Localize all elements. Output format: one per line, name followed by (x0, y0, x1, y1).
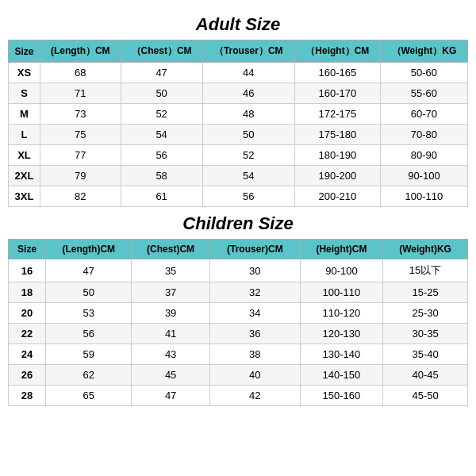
table-cell: 47 (46, 259, 132, 282)
table-cell: 45 (132, 365, 210, 386)
children-col-header: (Length)CM (46, 240, 132, 259)
table-cell: 25-30 (383, 303, 468, 324)
children-col-header: (Height)CM (300, 240, 382, 259)
table-cell: 18 (9, 282, 46, 303)
table-cell: 38 (209, 344, 300, 365)
table-cell: 62 (46, 365, 132, 386)
table-cell: 70-80 (380, 125, 467, 145)
table-cell: 36 (209, 324, 300, 344)
table-cell: XS (9, 63, 40, 83)
table-cell: 59 (46, 344, 132, 365)
table-cell: 77 (40, 145, 121, 166)
table-cell: 50 (46, 282, 132, 303)
table-cell: 79 (40, 166, 121, 186)
adult-header-row: Size(Length）CM（Chest）CM（Trouser）CM（Heigh… (9, 40, 468, 63)
table-cell: 34 (209, 303, 300, 324)
table-cell: 56 (202, 186, 294, 207)
table-row: XS684744160-16550-60 (9, 63, 468, 83)
adult-col-header: (Length）CM (40, 40, 121, 63)
table-cell: 30-35 (383, 324, 468, 344)
table-row: M735248172-17560-70 (9, 104, 468, 125)
table-row: 28654742150-16045-50 (9, 386, 468, 406)
children-col-header: (Weight)KG (383, 240, 468, 259)
table-cell: 54 (202, 166, 294, 186)
table-cell: 58 (121, 166, 202, 186)
table-cell: 41 (132, 324, 210, 344)
table-row: 26624540140-15040-45 (9, 365, 468, 386)
table-cell: 73 (40, 104, 121, 125)
table-cell: 39 (132, 303, 210, 324)
table-cell: 16 (9, 259, 46, 282)
table-row: 20533934110-12025-30 (9, 303, 468, 324)
adult-title: Adult Size (8, 8, 468, 40)
adult-col-header: （Chest）CM (121, 40, 202, 63)
table-cell: 90-100 (300, 259, 382, 282)
table-cell: 71 (40, 83, 121, 104)
table-cell: 175-180 (294, 125, 380, 145)
table-cell: 120-130 (300, 324, 382, 344)
table-cell: 50-60 (380, 63, 467, 83)
table-cell: 60-70 (380, 104, 467, 125)
table-cell: 22 (9, 324, 46, 344)
children-size-table: Size(Length)CM(Chest)CM(Trouser)CM(Heigh… (8, 239, 468, 406)
table-cell: 28 (9, 386, 46, 406)
table-cell: 40 (209, 365, 300, 386)
table-cell: 50 (202, 125, 294, 145)
size-chart-container: Adult Size Size(Length）CM（Chest）CM（Trous… (8, 8, 468, 406)
adult-col-header: Size (9, 40, 40, 63)
table-cell: 42 (209, 386, 300, 406)
adult-size-table: Size(Length）CM（Chest）CM（Trouser）CM（Heigh… (8, 40, 468, 207)
table-cell: 160-165 (294, 63, 380, 83)
table-cell: 50 (121, 83, 202, 104)
children-col-header: (Chest)CM (132, 240, 210, 259)
table-cell: 90-100 (380, 166, 467, 186)
table-cell: M (9, 104, 40, 125)
table-cell: 35-40 (383, 344, 468, 365)
table-cell: 35 (132, 259, 210, 282)
table-cell: 56 (121, 145, 202, 166)
table-cell: 30 (209, 259, 300, 282)
table-cell: XL (9, 145, 40, 166)
table-cell: 172-175 (294, 104, 380, 125)
table-cell: 82 (40, 186, 121, 207)
table-row: 1647353090-10015以下 (9, 259, 468, 282)
table-row: 18503732100-11015-25 (9, 282, 468, 303)
table-cell: 52 (202, 145, 294, 166)
table-cell: 20 (9, 303, 46, 324)
table-cell: 80-90 (380, 145, 467, 166)
table-cell: 61 (121, 186, 202, 207)
table-cell: 100-110 (380, 186, 467, 207)
table-cell: 46 (202, 83, 294, 104)
table-cell: 3XL (9, 186, 40, 207)
table-cell: 110-120 (300, 303, 382, 324)
table-row: S715046160-17055-60 (9, 83, 468, 104)
table-cell: 65 (46, 386, 132, 406)
children-title: Children Size (8, 207, 468, 239)
table-cell: 68 (40, 63, 121, 83)
table-row: 24594338130-14035-40 (9, 344, 468, 365)
table-cell: 44 (202, 63, 294, 83)
table-row: 2XL795854190-20090-100 (9, 166, 468, 186)
table-cell: 53 (46, 303, 132, 324)
table-cell: 15-25 (383, 282, 468, 303)
table-cell: 24 (9, 344, 46, 365)
table-cell: 2XL (9, 166, 40, 186)
table-cell: 55-60 (380, 83, 467, 104)
table-cell: 15以下 (383, 259, 468, 282)
children-header-row: Size(Length)CM(Chest)CM(Trouser)CM(Heigh… (9, 240, 468, 259)
adult-col-header: （Weight）KG (380, 40, 467, 63)
table-row: 22564136120-13030-35 (9, 324, 468, 344)
table-cell: L (9, 125, 40, 145)
children-col-header: Size (9, 240, 46, 259)
table-cell: 32 (209, 282, 300, 303)
table-cell: 190-200 (294, 166, 380, 186)
table-row: XL775652180-19080-90 (9, 145, 468, 166)
table-cell: 75 (40, 125, 121, 145)
table-cell: 56 (46, 324, 132, 344)
table-cell: 160-170 (294, 83, 380, 104)
adult-table-body: XS684744160-16550-60S715046160-17055-60M… (9, 63, 468, 207)
children-table-body: 1647353090-10015以下18503732100-11015-2520… (9, 259, 468, 406)
table-cell: 47 (132, 386, 210, 406)
table-cell: 26 (9, 365, 46, 386)
adult-col-header: （Trouser）CM (202, 40, 294, 63)
